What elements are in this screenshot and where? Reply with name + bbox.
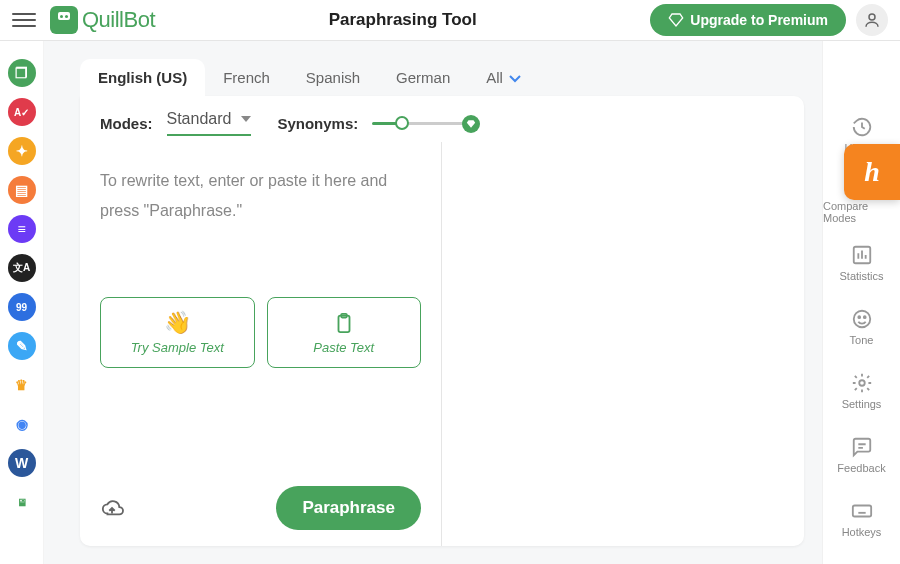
svg-point-9 xyxy=(859,380,865,386)
paraphrase-button[interactable]: Paraphrase xyxy=(276,486,421,530)
grammar-icon[interactable]: A✓ xyxy=(8,98,36,126)
wave-icon: 👋 xyxy=(164,310,191,336)
chrome-icon[interactable]: ◉ xyxy=(8,410,36,438)
svg-point-6 xyxy=(853,311,870,328)
summarizer-icon[interactable]: ▤ xyxy=(8,176,36,204)
controls-row: Modes: Standard Synonyms: xyxy=(80,96,804,142)
tab-german[interactable]: German xyxy=(378,59,468,96)
right-item-tone[interactable]: Tone xyxy=(823,295,900,359)
citation-icon[interactable]: ≡ xyxy=(8,215,36,243)
upgrade-button[interactable]: Upgrade to Premium xyxy=(650,4,846,36)
tab-french[interactable]: French xyxy=(205,59,288,96)
right-item-settings[interactable]: Settings xyxy=(823,359,900,423)
synonyms-slider[interactable] xyxy=(372,113,480,133)
slider-thumb[interactable] xyxy=(395,116,409,130)
svg-point-7 xyxy=(858,316,860,318)
desktop-icon[interactable]: 🖥 xyxy=(8,488,36,516)
diamond-icon xyxy=(668,12,684,28)
tab-spanish[interactable]: Spanish xyxy=(288,59,378,96)
menu-icon[interactable] xyxy=(12,8,36,32)
plagiarism-icon[interactable]: 99 xyxy=(8,293,36,321)
input-placeholder: To rewrite text, enter or paste it here … xyxy=(100,166,421,227)
tab-english-us-[interactable]: English (US) xyxy=(80,59,205,96)
bottom-row: Paraphrase xyxy=(100,486,421,530)
clipboard-icon xyxy=(333,310,355,336)
language-tabs: English (US)FrenchSpanishGermanAll xyxy=(80,59,804,96)
premium-icon[interactable]: ♛ xyxy=(8,371,36,399)
chevron-down-icon xyxy=(509,69,521,86)
editor-card: Modes: Standard Synonyms: To rewri xyxy=(80,96,804,546)
dropdown-icon xyxy=(241,116,251,122)
logo-icon xyxy=(50,6,78,34)
account-button[interactable] xyxy=(856,4,888,36)
input-pane[interactable]: To rewrite text, enter or paste it here … xyxy=(80,142,442,546)
right-sidebar: HistoryCompare ModesStatisticsToneSettin… xyxy=(822,41,900,564)
logo-text: QuillBot xyxy=(82,7,155,33)
honey-badge[interactable]: h xyxy=(844,144,900,200)
page-title: Paraphrasing Tool xyxy=(155,10,650,30)
main-content: English (US)FrenchSpanishGermanAll Modes… xyxy=(44,41,822,564)
modes-label: Modes: xyxy=(100,115,153,132)
synonyms-label: Synonyms: xyxy=(277,115,358,132)
svg-rect-10 xyxy=(852,506,870,517)
person-icon xyxy=(863,11,881,29)
word-icon[interactable]: W xyxy=(8,449,36,477)
slider-track xyxy=(402,122,466,125)
flow-icon[interactable]: ✎ xyxy=(8,332,36,360)
svg-point-0 xyxy=(869,14,875,20)
logo[interactable]: QuillBot xyxy=(50,6,155,34)
mode-select[interactable]: Standard xyxy=(167,110,252,136)
right-item-feedback[interactable]: Feedback xyxy=(823,423,900,487)
output-pane xyxy=(442,142,804,546)
left-sidebar: ❐A✓✦▤≡文A99✎♛◉W🖥 xyxy=(0,41,44,564)
slider-premium-icon[interactable] xyxy=(462,115,480,133)
app-header: QuillBot Paraphrasing Tool Upgrade to Pr… xyxy=(0,0,900,41)
paste-text-button[interactable]: Paste Text xyxy=(267,297,422,368)
upload-icon[interactable] xyxy=(100,497,124,519)
sample-text-button[interactable]: 👋 Try Sample Text xyxy=(100,297,255,368)
mode-value: Standard xyxy=(167,110,232,128)
editor-panes: To rewrite text, enter or paste it here … xyxy=(80,142,804,546)
tab-all[interactable]: All xyxy=(468,59,539,96)
right-item-statistics[interactable]: Statistics xyxy=(823,231,900,295)
right-item-hotkeys[interactable]: Hotkeys xyxy=(823,487,900,551)
action-cards: 👋 Try Sample Text Paste Text xyxy=(100,297,421,368)
paraphraser-icon[interactable]: ❐ xyxy=(8,59,36,87)
translator-icon[interactable]: 文A xyxy=(8,254,36,282)
cowriter-icon[interactable]: ✦ xyxy=(8,137,36,165)
svg-point-8 xyxy=(863,316,865,318)
